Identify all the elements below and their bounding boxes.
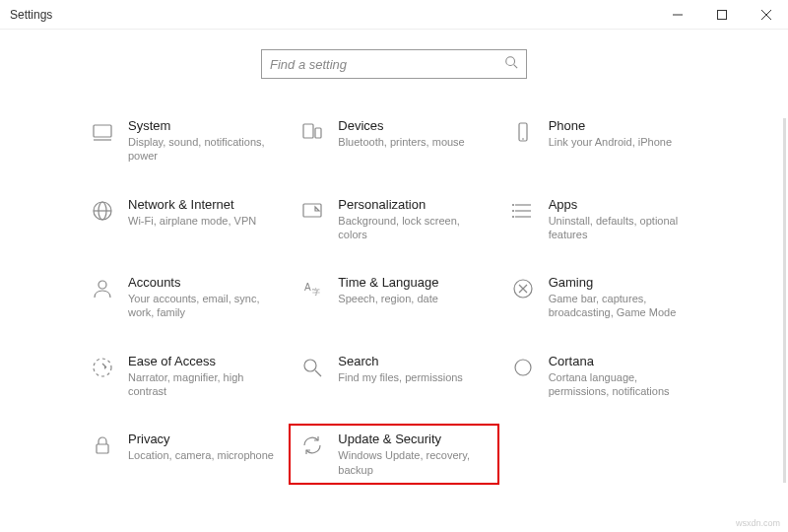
tile-title: Time & Language — [338, 275, 438, 290]
tile-accounts[interactable]: Accounts Your accounts, email, sync, wor… — [89, 275, 279, 320]
svg-rect-8 — [303, 124, 313, 138]
svg-point-26 — [94, 359, 111, 376]
tile-desc: Display, sound, notifications, power — [128, 135, 276, 164]
minimize-button[interactable] — [655, 0, 699, 30]
search-box[interactable] — [261, 49, 527, 79]
search-input[interactable] — [270, 57, 504, 72]
tile-desc: Game bar, captures, broadcasting, Game M… — [549, 292, 696, 320]
tile-title: Apps — [549, 197, 696, 212]
svg-rect-9 — [315, 128, 321, 138]
tile-title: Search — [338, 354, 463, 368]
tile-desc: Background, lock screen, colors — [338, 214, 486, 242]
gaming-icon — [509, 275, 537, 302]
svg-rect-1 — [717, 10, 726, 19]
update-security-icon — [298, 432, 326, 459]
tile-desc: Bluetooth, printers, mouse — [338, 135, 464, 149]
tile-search[interactable]: Search Find my files, permissions — [298, 354, 489, 399]
tile-time-language[interactable]: A字 Time & Language Speech, region, date — [298, 275, 489, 320]
svg-text:字: 字 — [312, 288, 320, 297]
maximize-button[interactable] — [699, 0, 744, 30]
tile-desc: Find my files, permissions — [338, 370, 463, 384]
tile-devices[interactable]: Devices Bluetooth, printers, mouse — [298, 118, 489, 164]
maximize-icon — [717, 10, 727, 20]
svg-text:A: A — [304, 282, 311, 293]
svg-rect-31 — [97, 444, 108, 453]
tile-desc: Location, camera, microphone — [128, 448, 274, 462]
svg-point-22 — [98, 281, 106, 289]
tile-title: Cortana — [549, 354, 696, 368]
svg-point-28 — [304, 360, 316, 371]
title-bar: Settings — [0, 0, 788, 30]
search-icon — [504, 55, 518, 73]
svg-point-20 — [512, 210, 513, 211]
window-controls — [655, 0, 788, 30]
tile-network[interactable]: Network & Internet Wi-Fi, airplane mode,… — [89, 197, 279, 242]
apps-icon — [509, 197, 537, 225]
tile-desc: Link your Android, iPhone — [549, 135, 672, 149]
tile-title: Network & Internet — [128, 197, 256, 212]
svg-rect-6 — [94, 125, 111, 137]
svg-line-29 — [315, 370, 321, 376]
search-tile-icon — [298, 354, 326, 381]
watermark: wsxdn.com — [736, 518, 780, 528]
tile-personalization[interactable]: Personalization Background, lock screen,… — [298, 197, 489, 242]
ease-of-access-icon — [89, 354, 116, 381]
tile-title: Gaming — [549, 275, 696, 290]
svg-point-19 — [512, 204, 513, 205]
tile-cortana[interactable]: Cortana Cortana language, permissions, n… — [509, 354, 699, 399]
tile-title: Privacy — [128, 432, 274, 446]
system-icon — [89, 118, 116, 146]
tile-title: Accounts — [128, 275, 276, 290]
tile-update-security[interactable]: Update & Security Windows Update, recove… — [289, 424, 498, 485]
tile-desc: Speech, region, date — [338, 292, 438, 305]
close-button[interactable] — [744, 0, 788, 30]
accounts-icon — [89, 275, 116, 302]
privacy-icon — [89, 432, 116, 459]
svg-point-4 — [506, 57, 515, 66]
personalization-icon — [298, 197, 326, 225]
tile-privacy[interactable]: Privacy Location, camera, microphone — [89, 432, 279, 477]
tile-title: Devices — [338, 118, 464, 133]
tile-title: Personalization — [338, 197, 486, 212]
minimize-icon — [673, 10, 683, 20]
settings-grid: System Display, sound, notifications, po… — [0, 118, 788, 477]
phone-icon — [509, 118, 537, 146]
tile-title: Update & Security — [338, 432, 486, 446]
svg-rect-10 — [519, 123, 527, 141]
tile-title: Ease of Access — [128, 354, 276, 368]
tile-phone[interactable]: Phone Link your Android, iPhone — [509, 118, 699, 164]
search-wrap — [0, 49, 788, 79]
scrollbar[interactable] — [783, 118, 786, 483]
tile-system[interactable]: System Display, sound, notifications, po… — [89, 118, 279, 164]
tile-desc: Cortana language, permissions, notificat… — [549, 370, 696, 399]
time-language-icon: A字 — [298, 275, 326, 302]
tile-apps[interactable]: Apps Uninstall, defaults, optional featu… — [509, 197, 699, 242]
tile-desc: Wi-Fi, airplane mode, VPN — [128, 214, 256, 228]
tile-desc: Windows Update, recovery, backup — [338, 448, 486, 477]
svg-point-21 — [512, 216, 513, 217]
tile-ease-of-access[interactable]: Ease of Access Narrator, magnifier, high… — [89, 354, 279, 399]
tile-desc: Your accounts, email, sync, work, family — [128, 292, 276, 320]
network-icon — [89, 197, 116, 225]
devices-icon — [298, 118, 326, 146]
window-title: Settings — [10, 8, 52, 22]
close-icon — [761, 10, 771, 20]
cortana-icon — [509, 354, 537, 381]
tile-desc: Narrator, magnifier, high contrast — [128, 370, 276, 399]
tile-title: Phone — [549, 118, 672, 133]
svg-point-30 — [515, 360, 531, 375]
tile-gaming[interactable]: Gaming Game bar, captures, broadcasting,… — [509, 275, 699, 320]
svg-line-5 — [514, 65, 518, 69]
tile-title: System — [128, 118, 276, 133]
tile-desc: Uninstall, defaults, optional features — [549, 214, 696, 242]
content-area: System Display, sound, notifications, po… — [0, 30, 788, 477]
